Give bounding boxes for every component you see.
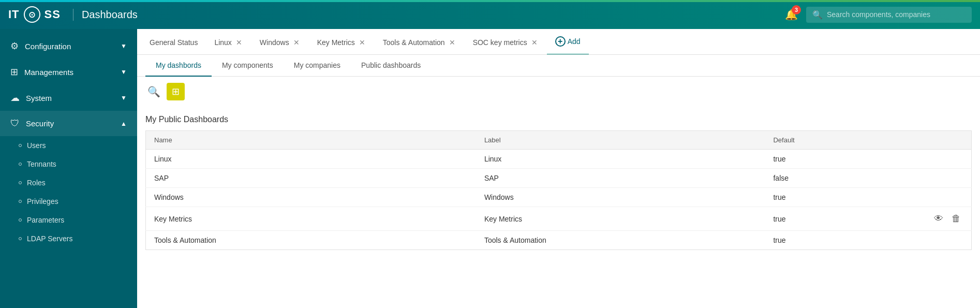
row-label-windows: Windows: [476, 188, 765, 207]
column-header-actions: [889, 131, 972, 150]
tab-close-linux[interactable]: ✕: [235, 39, 243, 46]
sidebar: ⚙ Configuration ▼ ⊞ Managements ▼ ☁ Syst…: [0, 29, 137, 308]
search-bar[interactable]: 🔍: [806, 7, 972, 23]
dot-icon-parameters: [19, 218, 22, 222]
row-label-tools: Tools & Automation: [476, 231, 765, 250]
sidebar-sub-item-tennants[interactable]: Tennants: [0, 155, 137, 173]
tab-key-metrics[interactable]: Key Metrics ✕: [309, 30, 375, 54]
section-title: My Public Dashboards: [145, 115, 972, 124]
sidebar-sub-label-tennants: Tennants: [27, 160, 56, 168]
sub-tab-label-public-dashboards: Public dashboards: [361, 61, 421, 69]
sidebar-label-managements: Managements: [24, 68, 73, 77]
add-dashboard-button[interactable]: ⊞: [167, 83, 185, 100]
delete-button-key-metrics[interactable]: 🗑: [949, 212, 963, 225]
sidebar-item-system[interactable]: ☁ System ▼: [0, 85, 137, 111]
action-icons-key-metrics: 👁 🗑: [897, 212, 963, 225]
column-header-label: Label: [476, 131, 765, 150]
managements-icon: ⊞: [10, 66, 18, 78]
table-row: Tools & Automation Tools & Automation tr…: [146, 231, 972, 250]
tab-label-windows: Windows: [260, 38, 289, 47]
row-default-sap: false: [765, 169, 888, 188]
tab-label-key-metrics: Key Metrics: [317, 38, 355, 47]
column-header-name: Name: [146, 131, 476, 150]
table-header-row: Name Label Default: [146, 131, 972, 150]
top-navigation: IT ⊙ SS Dashboards 🔔 3 🔍: [0, 0, 980, 29]
row-default-tools: true: [765, 231, 888, 250]
tab-linux[interactable]: Linux ✕: [206, 30, 251, 54]
sidebar-sub-label-ldap: LDAP Servers: [27, 234, 72, 243]
tab-label-general-status: General Status: [150, 38, 198, 47]
row-name-key-metrics: Key Metrics: [146, 207, 476, 231]
main-layout: ⚙ Configuration ▼ ⊞ Managements ▼ ☁ Syst…: [0, 29, 980, 308]
sidebar-sub-label-parameters: Parameters: [27, 216, 64, 224]
tab-general-status[interactable]: General Status: [141, 30, 206, 54]
row-label-sap: SAP: [476, 169, 765, 188]
sidebar-label-security: Security: [26, 119, 54, 128]
sub-tab-label-my-dashboards: My dashbords: [156, 61, 201, 69]
add-dashboard-icon: ⊞: [172, 86, 180, 97]
column-header-default: Default: [765, 131, 888, 150]
dot-icon-tennants: [19, 163, 22, 166]
table-row: Key Metrics Key Metrics true 👁 🗑: [146, 207, 972, 231]
sub-tab-public-dashboards[interactable]: Public dashboards: [351, 55, 431, 77]
view-button-key-metrics[interactable]: 👁: [932, 212, 945, 225]
tab-bar: General Status Linux ✕ Windows ✕ Key Met…: [137, 29, 980, 55]
row-default-key-metrics: true: [765, 207, 888, 231]
sub-tab-my-dashboards[interactable]: My dashbords: [145, 55, 212, 77]
search-input[interactable]: [827, 10, 966, 19]
table-row: SAP SAP false: [146, 169, 972, 188]
row-name-tools: Tools & Automation: [146, 231, 476, 250]
main-content: General Status Linux ✕ Windows ✕ Key Met…: [137, 29, 980, 308]
dot-icon-privileges: [19, 200, 22, 203]
tab-close-windows[interactable]: ✕: [292, 39, 301, 46]
sidebar-sub-item-users[interactable]: Users: [0, 136, 137, 155]
content-area: My Public Dashboards Name Label Default …: [137, 107, 980, 308]
notification-badge: 3: [792, 5, 801, 14]
sidebar-sub-label-roles: Roles: [27, 179, 46, 187]
search-button[interactable]: 🔍: [145, 83, 162, 100]
sub-tab-my-companies[interactable]: My companies: [284, 55, 351, 77]
sidebar-item-security[interactable]: 🛡 Security ▲: [0, 111, 137, 136]
tab-windows[interactable]: Windows ✕: [251, 30, 309, 54]
sidebar-label-configuration: Configuration: [25, 42, 71, 51]
tab-soc-key-metrics[interactable]: SOC key metrics ✕: [465, 30, 547, 54]
logo: IT ⊙ SS: [8, 6, 61, 23]
row-actions-key-metrics: 👁 🗑: [889, 207, 972, 231]
dashboards-table: Name Label Default Linux Linux true SAP: [145, 130, 972, 250]
sidebar-label-system: System: [26, 94, 52, 102]
row-name-windows: Windows: [146, 188, 476, 207]
sidebar-sub-item-roles[interactable]: Roles: [0, 173, 137, 192]
dot-icon-ldap: [19, 237, 22, 240]
sidebar-item-configuration[interactable]: ⚙ Configuration ▼: [0, 33, 137, 59]
logo-text-2: SS: [44, 8, 61, 21]
sidebar-sub-item-privileges[interactable]: Privileges: [0, 192, 137, 211]
tab-add-button[interactable]: + Add: [547, 29, 589, 55]
row-actions-sap: [889, 169, 972, 188]
tab-close-tools-automation[interactable]: ✕: [448, 39, 456, 46]
tab-label-linux: Linux: [214, 38, 231, 47]
notification-button[interactable]: 🔔 3: [785, 8, 798, 21]
tab-close-soc-key-metrics[interactable]: ✕: [530, 39, 539, 46]
chevron-up-icon: ▲: [121, 120, 127, 127]
search-icon: 🔍: [812, 10, 823, 20]
tab-add-label: Add: [568, 37, 581, 46]
row-default-linux: true: [765, 150, 888, 169]
tab-label-soc-key-metrics: SOC key metrics: [473, 38, 527, 47]
tab-label-tools-automation: Tools & Automation: [383, 38, 445, 47]
sidebar-sub-item-ldap-servers[interactable]: LDAP Servers: [0, 229, 137, 248]
row-label-linux: Linux: [476, 150, 765, 169]
logo-icon: ⊙: [24, 6, 40, 23]
sub-tab-label-my-components: My components: [222, 61, 273, 69]
row-name-linux: Linux: [146, 150, 476, 169]
tab-close-key-metrics[interactable]: ✕: [358, 39, 366, 46]
sidebar-sub-item-parameters[interactable]: Parameters: [0, 211, 137, 229]
row-name-sap: SAP: [146, 169, 476, 188]
add-circle-icon: +: [555, 36, 566, 47]
toolbar: 🔍 ⊞: [137, 77, 980, 107]
sidebar-item-managements[interactable]: ⊞ Managements ▼: [0, 59, 137, 85]
tab-tools-automation[interactable]: Tools & Automation ✕: [375, 30, 465, 54]
sub-tab-my-components[interactable]: My components: [212, 55, 284, 77]
row-label-key-metrics: Key Metrics: [476, 207, 765, 231]
sub-tab-label-my-companies: My companies: [294, 61, 340, 69]
gear-icon: ⚙: [10, 40, 19, 52]
